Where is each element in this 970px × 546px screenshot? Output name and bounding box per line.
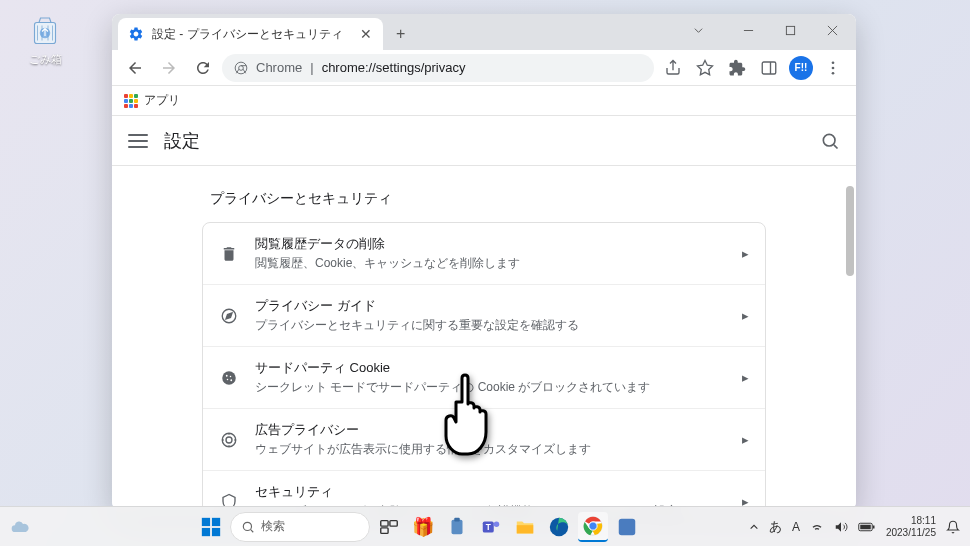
browser-tab-active[interactable]: 設定 - プライバシーとセキュリティ ✕ [118, 18, 383, 50]
svg-point-39 [494, 521, 500, 527]
maximize-button[interactable] [770, 16, 810, 44]
svg-point-21 [230, 375, 232, 377]
svg-rect-29 [212, 527, 220, 535]
svg-rect-10 [762, 62, 776, 74]
start-button[interactable] [196, 512, 226, 542]
extensions-icon[interactable] [722, 53, 752, 83]
svg-point-14 [832, 71, 835, 74]
svg-point-19 [222, 371, 236, 385]
tab-dropdown-icon[interactable] [678, 16, 718, 44]
svg-point-20 [226, 374, 228, 376]
forward-button[interactable] [154, 53, 184, 83]
svg-point-13 [832, 66, 835, 69]
apps-grid-icon[interactable] [124, 94, 138, 108]
notifications-icon[interactable] [946, 520, 960, 534]
cookie-icon [219, 368, 239, 388]
row-title: セキュリティ [255, 483, 726, 501]
svg-rect-32 [381, 520, 388, 526]
share-icon[interactable] [658, 53, 688, 83]
cloud-icon [10, 517, 30, 537]
svg-point-22 [227, 378, 229, 380]
search-placeholder: 検索 [261, 518, 285, 535]
clock[interactable]: 18:11 2023/11/25 [886, 515, 936, 539]
weather-widget[interactable] [10, 517, 30, 537]
reload-button[interactable] [188, 53, 218, 83]
row-subtitle: ウェブサイトが広告表示に使用する情報をカスタマイズします [255, 441, 726, 458]
svg-rect-28 [202, 527, 210, 535]
minimize-button[interactable] [728, 16, 768, 44]
svg-marker-9 [698, 60, 713, 74]
row-third-party-cookies[interactable]: サードパーティ Cookieシークレット モードでサードパーティの Cookie… [203, 347, 765, 409]
row-title: サードパーティ Cookie [255, 359, 726, 377]
settings-card: 閲覧履歴データの削除閲覧履歴、Cookie、キャッシュなどを削除します ▸ プラ… [202, 222, 766, 510]
svg-rect-46 [619, 518, 636, 535]
address-bar[interactable]: Chrome | chrome://settings/privacy [222, 54, 654, 82]
profile-avatar[interactable]: F!! [786, 53, 816, 83]
svg-rect-26 [202, 517, 210, 525]
wifi-icon[interactable] [810, 520, 824, 534]
svg-line-16 [834, 144, 838, 148]
row-subtitle: プライバシーとセキュリティに関する重要な設定を確認する [255, 317, 726, 334]
svg-point-15 [823, 134, 835, 146]
bookmarks-bar: アプリ [112, 86, 856, 116]
svg-marker-18 [226, 313, 232, 319]
apps-label[interactable]: アプリ [144, 92, 180, 109]
language-indicator[interactable]: A [792, 520, 800, 534]
close-tab-icon[interactable]: ✕ [359, 27, 373, 41]
chevron-right-icon: ▸ [742, 246, 749, 261]
hamburger-menu-icon[interactable] [128, 131, 148, 151]
teams-icon[interactable]: T [476, 512, 506, 542]
new-tab-button[interactable]: + [387, 20, 415, 48]
svg-rect-35 [452, 519, 463, 534]
back-button[interactable] [120, 53, 150, 83]
browser-toolbar: Chrome | chrome://settings/privacy F!! [112, 50, 856, 86]
row-title: 広告プライバシー [255, 421, 726, 439]
row-title: 閲覧履歴データの削除 [255, 235, 726, 253]
svg-rect-34 [381, 527, 388, 533]
scrollbar[interactable] [842, 166, 856, 510]
kebab-menu-icon[interactable] [818, 53, 848, 83]
svg-rect-33 [390, 520, 397, 526]
row-security[interactable]: セキュリティセーフ ブラウジング（危険なサイトからの保護機能）などのセキュリティ… [203, 471, 765, 510]
task-view-icon[interactable] [374, 512, 404, 542]
clipboard-icon[interactable] [442, 512, 472, 542]
scrollbar-thumb[interactable] [846, 186, 854, 276]
svg-point-23 [230, 379, 232, 381]
svg-point-25 [226, 437, 232, 443]
section-title: プライバシーとセキュリティ [210, 190, 766, 208]
svg-rect-40 [517, 525, 534, 533]
battery-icon[interactable] [858, 521, 876, 533]
volume-icon[interactable] [834, 520, 848, 534]
svg-rect-3 [786, 26, 794, 34]
row-privacy-guide[interactable]: プライバシー ガイドプライバシーとセキュリティに関する重要な設定を確認する ▸ [203, 285, 765, 347]
app-icon[interactable] [612, 512, 642, 542]
close-window-button[interactable] [812, 16, 852, 44]
chevron-right-icon: ▸ [742, 432, 749, 447]
url-path: chrome://settings/privacy [322, 60, 466, 75]
svg-rect-48 [860, 524, 871, 529]
tray-chevron-icon[interactable] [749, 522, 759, 532]
row-ad-privacy[interactable]: 広告プライバシーウェブサイトが広告表示に使用する情報をカスタマイズします ▸ [203, 409, 765, 471]
taskbar-search[interactable]: 検索 [230, 512, 370, 542]
search-icon[interactable] [820, 131, 840, 151]
compass-icon [219, 306, 239, 326]
ime-indicator[interactable]: あ [769, 518, 782, 536]
svg-rect-36 [455, 517, 461, 521]
row-clear-browsing-data[interactable]: 閲覧履歴データの削除閲覧履歴、Cookie、キャッシュなどを削除します ▸ [203, 223, 765, 285]
windows-taskbar: 検索 🎁 T あ A 18:11 2023/11/25 [0, 506, 970, 546]
gift-icon[interactable]: 🎁 [408, 512, 438, 542]
bookmark-star-icon[interactable] [690, 53, 720, 83]
row-subtitle: シークレット モードでサードパーティの Cookie がブロックされています [255, 379, 726, 396]
chrome-window: 設定 - プライバシーとセキュリティ ✕ + Chrome | chrome:/… [112, 14, 856, 510]
svg-rect-27 [212, 517, 220, 525]
svg-point-24 [222, 433, 236, 447]
page-title: 設定 [164, 129, 804, 153]
chevron-right-icon: ▸ [742, 308, 749, 323]
file-explorer-icon[interactable] [510, 512, 540, 542]
date: 2023/11/25 [886, 527, 936, 539]
edge-icon[interactable] [544, 512, 574, 542]
recycle-bin-desktop-icon[interactable]: ごみ箱 [25, 10, 65, 67]
side-panel-icon[interactable] [754, 53, 784, 83]
chrome-taskbar-icon[interactable] [578, 512, 608, 542]
trash-icon [219, 244, 239, 264]
